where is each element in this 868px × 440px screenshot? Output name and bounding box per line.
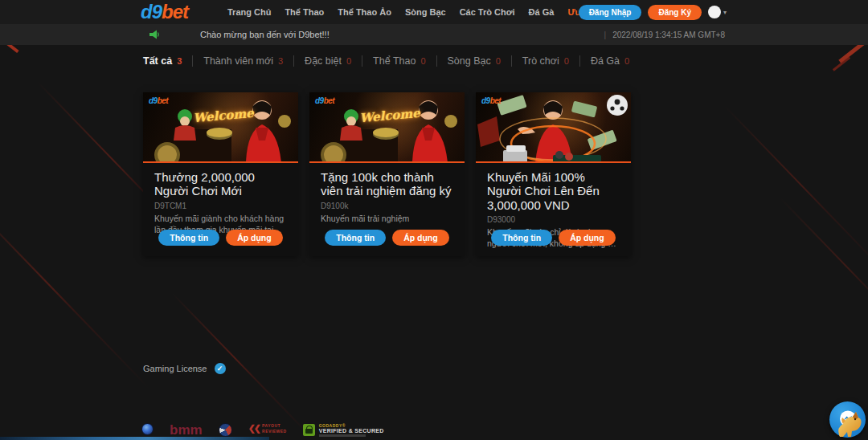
tab-thanh-vien-moi[interactable]: Thành viên mới 3 (203, 55, 283, 67)
promo-code: D93000 (487, 215, 620, 224)
padlock-icon (303, 424, 315, 436)
tab-label: Sòng Bạc (448, 55, 491, 67)
tab-label: Thể Thao (373, 55, 416, 67)
logo-part-bet: bet (162, 1, 188, 22)
bg-streak (724, 105, 868, 279)
banner-logo-d9: d9 (149, 96, 158, 105)
login-button[interactable]: Đăng Nhập (579, 5, 642, 20)
promo-card[interactable]: Welcome d9bet Tặng 100k cho thành viên t… (309, 92, 465, 256)
verified-badge-icon: ✓ (215, 363, 226, 374)
logo-part-d9: d9 (141, 1, 162, 22)
gaming-license-label: Gaming License (143, 364, 207, 373)
godaddy-line2: VERIFIED & SECURED (319, 428, 384, 434)
tab-song-bac[interactable]: Sòng Bạc 0 (448, 55, 501, 67)
promo-card-body: Khuyến Mãi 100% Người Chơi Lên Đến 3,000… (476, 163, 631, 255)
nav-item-the-thao-ao[interactable]: Thể Thao Ảo (338, 0, 391, 24)
top-header: d9bet Trang Chủ Thể Thao Thể Thao Ảo Sòn… (0, 0, 868, 24)
tab-count: 0 (496, 56, 501, 66)
promo-card[interactable]: Welcome d9bet Thưởng 2,000,000 Người Chơ… (143, 92, 298, 256)
promo-actions: Thông tin Áp dụng (476, 230, 631, 246)
tab-count: 0 (420, 56, 425, 66)
promo-banner: Welcome d9bet (143, 92, 298, 163)
tab-count: 0 (564, 56, 569, 66)
apply-button[interactable]: Áp dụng (559, 230, 616, 246)
promo-banner: Welcome d9bet (309, 92, 465, 163)
promo-title: Tặng 100k cho thành viên trải nghiệm đăn… (321, 170, 453, 198)
banner-logo: d9bet (481, 96, 501, 105)
banner-logo-d9: d9 (315, 96, 324, 105)
promo-card-body: Thưởng 2,000,000 Người Chơi Mới D9TCM1 K… (143, 163, 298, 255)
promo-title: Khuyến Mãi 100% Người Chơi Lên Đến 3,000… (487, 170, 620, 212)
promo-actions: Thông tin Áp dụng (309, 230, 465, 246)
tab-count: 3 (278, 56, 283, 66)
promo-card-list: Welcome d9bet Thưởng 2,000,000 Người Chơ… (143, 92, 631, 256)
info-button[interactable]: Thông tin (158, 230, 219, 246)
chevron-down-icon: ▾ (723, 9, 727, 16)
nav-item-trang-chu[interactable]: Trang Chủ (227, 0, 271, 24)
chat-bubble-icon (839, 410, 857, 428)
server-timestamp: 2022/08/19 1:34:15 AM GMT+8 (612, 31, 725, 39)
godaddy-verified-logo[interactable]: GODADDY® VERIFIED & SECURED (303, 423, 384, 437)
apply-button[interactable]: Áp dụng (226, 230, 283, 246)
corner-accent (833, 56, 850, 71)
promo-description: Khuyến mãi trải nghiệm (321, 213, 453, 224)
payout-line2: REVIEWED (262, 429, 287, 434)
bg-streak (0, 198, 149, 389)
bottom-progress-strip (0, 437, 269, 440)
megaphone-icon (149, 30, 160, 39)
tab-label: Trò chơi (522, 55, 559, 67)
nav-item-song-bac[interactable]: Sòng Bạc (405, 0, 446, 24)
promo-card[interactable]: d9bet Khuyến Mãi 100% Người Chơi Lên Đến… (476, 92, 631, 256)
tab-da-ga[interactable]: Đá Gà 0 (591, 55, 629, 67)
nav-item-the-thao[interactable]: Thể Thao (285, 0, 324, 24)
tab-separator (579, 55, 580, 67)
info-button[interactable]: Thông tin (325, 230, 386, 246)
tab-label: Đặc biệt (305, 55, 342, 67)
promo-filter-tabs: Tất cả 3 Thành viên mới 3 Đặc biệt 0 Thể… (143, 55, 629, 67)
banner-logo-bet: bet (158, 96, 169, 105)
tab-label: Đá Gà (591, 55, 620, 67)
promo-code: D9100k (321, 202, 453, 210)
seal-icon (219, 423, 232, 437)
payout-reviewed-logo[interactable]: ❮❮ PAYOUT REVIEWED (248, 423, 287, 434)
tab-dac-biet[interactable]: Đặc biệt 0 (305, 55, 351, 67)
language-flag-icon (708, 6, 721, 18)
site-logo[interactable]: d9bet (141, 0, 188, 24)
godaddy-line3 (319, 434, 366, 437)
tab-separator (293, 55, 294, 67)
info-button[interactable]: Thông tin (491, 230, 552, 246)
header-actions: Đăng Nhập Đăng Ký ▾ (579, 0, 727, 24)
clock-area: | 2022/08/19 1:34:15 AM GMT+8 (604, 24, 725, 45)
gaming-license[interactable]: Gaming License ✓ (143, 363, 226, 374)
bmm-label: bmm (170, 423, 203, 437)
payout-text: PAYOUT REVIEWED (262, 423, 287, 434)
language-selector[interactable]: ▾ (708, 6, 727, 18)
promo-code: D9TCM1 (154, 202, 287, 210)
globe-icon (141, 423, 154, 435)
tab-the-thao[interactable]: Thể Thao 0 (373, 55, 425, 67)
tab-tat-ca[interactable]: Tất cả 3 (143, 55, 182, 67)
nav-item-da-ga[interactable]: Đá Gà (529, 0, 555, 24)
tab-count: 0 (624, 56, 629, 66)
nav-item-cac-tro-choi[interactable]: Các Trò Chơi (460, 0, 515, 24)
tab-count: 3 (177, 56, 182, 66)
main-nav: Trang Chủ Thể Thao Thể Thao Ảo Sòng Bạc … (227, 0, 596, 24)
tab-tro-choi[interactable]: Trò chơi 0 (522, 55, 569, 67)
bg-streak (780, 198, 868, 348)
certification-seal[interactable] (219, 423, 232, 437)
banner-logo-bet: bet (324, 96, 335, 105)
banner-logo: d9bet (149, 96, 168, 105)
live-chat-button[interactable] (829, 401, 866, 438)
bmm-logo[interactable]: bmm (170, 423, 203, 437)
tab-separator (511, 55, 512, 67)
divider: | (604, 31, 607, 39)
register-button[interactable]: Đăng Ký (648, 5, 702, 20)
promo-title: Thưởng 2,000,000 Người Chơi Mới (154, 170, 287, 198)
tab-label: Thành viên mới (203, 55, 273, 67)
promo-actions: Thông tin Áp dụng (143, 230, 298, 246)
promo-banner: d9bet (476, 92, 631, 163)
banner-logo: d9bet (315, 96, 334, 105)
tab-separator (436, 55, 437, 67)
apply-button[interactable]: Áp dụng (392, 230, 449, 246)
tab-label: Tất cả (143, 55, 172, 67)
